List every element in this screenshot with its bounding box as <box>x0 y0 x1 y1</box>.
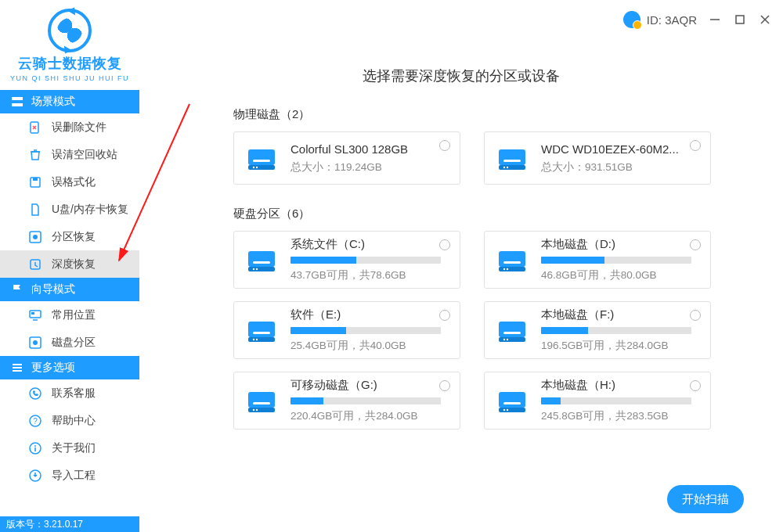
radio-icon[interactable] <box>690 140 701 151</box>
radio-icon[interactable] <box>690 380 701 391</box>
menu-icon <box>11 361 23 374</box>
svg-rect-13 <box>33 178 38 181</box>
brand-sub: YUN QI SHI SHU JU HUI FU <box>10 74 129 82</box>
floppy-icon <box>28 175 42 189</box>
disk-name: WDC WD10EZEX-60M2... <box>541 142 698 156</box>
partition-info: 46.8GB可用，共80.0GB <box>541 268 698 282</box>
flag-icon <box>11 283 23 296</box>
app-logo: 云骑士数据恢复 YUN QI SHI SHU JU HUI FU <box>0 0 139 90</box>
radio-icon[interactable] <box>439 380 450 391</box>
nav-usb-recovery[interactable]: U盘/内存卡恢复 <box>0 196 139 223</box>
partition-info: 25.4GB可用，共40.0GB <box>290 339 447 353</box>
partition-name: 本地磁盘（D:) <box>541 237 698 252</box>
sdcard-icon <box>28 203 42 217</box>
scene-icon <box>11 95 23 108</box>
svg-rect-26 <box>34 448 36 451</box>
nav-partition-recovery[interactable]: 分区恢复 <box>0 223 139 250</box>
physical-disk-card[interactable]: Colorful SL300 128GB 总大小：119.24GB <box>233 131 460 185</box>
svg-text:?: ? <box>33 417 38 426</box>
nav-label: 误清空回收站 <box>52 148 117 162</box>
nav-label: 磁盘分区 <box>52 336 96 350</box>
scan-label: 开始扫描 <box>682 492 729 507</box>
disk-size: 总大小：931.51GB <box>541 160 698 174</box>
partition-info: 245.8GB可用，共283.5GB <box>541 409 698 423</box>
start-scan-button[interactable]: 开始扫描 <box>667 485 744 513</box>
disk-size: 总大小：119.24GB <box>290 160 447 174</box>
section-wizard-mode[interactable]: 向导模式 <box>0 278 139 301</box>
partition-name: 软件（E:) <box>290 307 447 322</box>
usage-bar <box>541 327 691 334</box>
radio-icon[interactable] <box>439 239 450 250</box>
radio-icon[interactable] <box>439 140 450 151</box>
partition-name: 系统文件（C:) <box>290 237 447 252</box>
svg-point-25 <box>34 445 36 447</box>
usage-bar <box>541 257 691 264</box>
section-scene-mode[interactable]: 场景模式 <box>0 90 139 113</box>
section-wizard-label: 向导模式 <box>31 282 75 297</box>
partition-info: 43.7GB可用，共78.6GB <box>290 268 447 282</box>
nav-label: 帮助中心 <box>52 414 96 428</box>
partition-card[interactable]: 本地磁盘（D:)46.8GB可用，共80.0GB <box>484 231 711 289</box>
nav-common-location[interactable]: 常用位置 <box>0 301 139 329</box>
svg-point-15 <box>33 235 38 239</box>
partition-icon <box>28 230 42 244</box>
partition-card[interactable]: 本地磁盘（H:)245.8GB可用，共283.5GB <box>484 372 711 430</box>
nav-label: 深度恢复 <box>52 257 96 271</box>
radio-icon[interactable] <box>439 310 450 321</box>
partition-name: 本地磁盘（F:) <box>541 307 698 322</box>
nav-wrong-format[interactable]: 误格式化 <box>0 168 139 196</box>
nav-deleted-files[interactable]: 误删除文件 <box>0 113 139 141</box>
nav-import-project[interactable]: 导入工程 <box>0 462 139 489</box>
disk-icon <box>28 336 42 350</box>
nav-disk-partition[interactable]: 磁盘分区 <box>0 329 139 356</box>
partition-name: 本地磁盘（H:) <box>541 378 698 393</box>
partition-card[interactable]: 本地磁盘（F:)196.5GB可用，共284.0GB <box>484 301 711 359</box>
phone-icon <box>28 386 42 401</box>
nav-deep-recovery[interactable]: 深度恢复 <box>0 250 139 278</box>
partition-card[interactable]: 系统文件（C:)43.7GB可用，共78.6GB <box>233 231 460 289</box>
drive-icon <box>496 384 529 417</box>
version-label: 版本号：3.21.0.17 <box>0 516 139 532</box>
partition-heading: 硬盘分区（6） <box>233 207 752 221</box>
import-icon <box>28 469 42 483</box>
trash-icon <box>28 148 42 162</box>
drive-icon <box>245 142 278 174</box>
nav-label: 误删除文件 <box>52 120 106 135</box>
nav-about-us[interactable]: 关于我们 <box>0 434 139 462</box>
section-more-options[interactable]: 更多选项 <box>0 356 139 379</box>
partition-name: 可移动磁盘（G:) <box>290 378 447 393</box>
logo-icon <box>48 9 92 52</box>
nav-label: 分区恢复 <box>52 230 96 244</box>
radio-icon[interactable] <box>690 239 701 250</box>
nav-label: 导入工程 <box>52 469 96 483</box>
info-icon <box>28 441 42 455</box>
partition-card[interactable]: 软件（E:)25.4GB可用，共40.0GB <box>233 301 460 359</box>
help-icon: ? <box>28 414 42 428</box>
monitor-icon <box>28 308 42 322</box>
deep-icon <box>28 257 42 271</box>
drive-icon <box>245 384 278 417</box>
usage-bar <box>290 397 441 404</box>
partition-info: 220.4GB可用，共284.0GB <box>290 409 447 423</box>
physical-disk-card[interactable]: WDC WD10EZEX-60M2... 总大小：931.51GB <box>484 131 711 185</box>
file-x-icon <box>28 120 42 135</box>
svg-rect-18 <box>31 312 34 315</box>
sidebar: 云骑士数据恢复 YUN QI SHI SHU JU HUI FU 场景模式 误删… <box>0 0 139 532</box>
drive-icon <box>245 243 278 276</box>
usage-bar <box>290 327 441 334</box>
svg-point-20 <box>33 340 38 345</box>
partition-info: 196.5GB可用，共284.0GB <box>541 339 698 353</box>
radio-icon[interactable] <box>690 310 701 321</box>
drive-icon <box>245 314 278 347</box>
usage-bar <box>290 257 441 264</box>
main-panel: 选择需要深度恢复的分区或设备 物理磁盘（2） Colorful SL300 12… <box>139 0 783 532</box>
physical-disk-heading: 物理磁盘（2） <box>233 107 752 122</box>
nav-contact-support[interactable]: 联系客服 <box>0 379 139 407</box>
nav-label: 常用位置 <box>52 308 96 322</box>
page-title: 选择需要深度恢复的分区或设备 <box>171 66 752 85</box>
nav-empty-recycle[interactable]: 误清空回收站 <box>0 141 139 168</box>
nav-label: 误格式化 <box>52 175 96 189</box>
nav-help-center[interactable]: ? 帮助中心 <box>0 407 139 434</box>
partition-card[interactable]: 可移动磁盘（G:)220.4GB可用，共284.0GB <box>233 372 460 430</box>
brand-name: 云骑士数据恢复 <box>18 54 122 73</box>
